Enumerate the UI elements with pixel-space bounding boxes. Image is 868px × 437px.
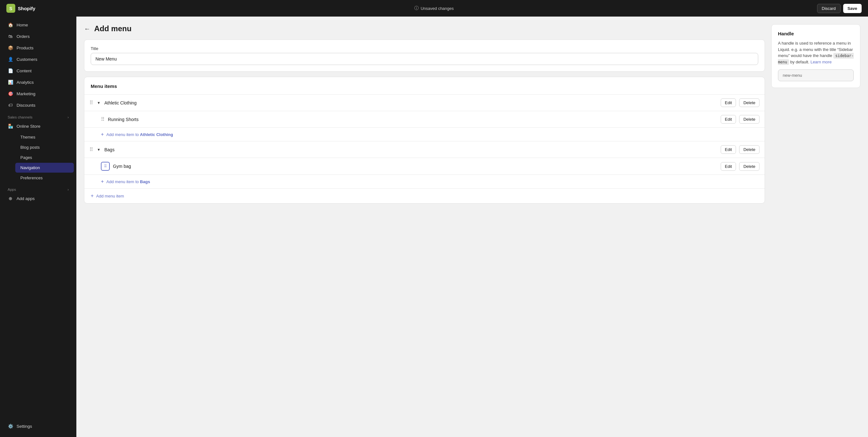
drag-handle-bags[interactable]: ⠿ bbox=[89, 147, 93, 152]
sidebar-item-settings[interactable]: ⚙️ Settings bbox=[3, 421, 74, 432]
title-card: Title bbox=[84, 39, 765, 72]
menu-item-running-shorts: ⠿ Running Shorts Edit Delete bbox=[84, 111, 765, 128]
sidebar: 🏠 Home 🛍 Orders 📦 Products 👤 Customers 📄… bbox=[0, 17, 76, 437]
add-icon-bags: + bbox=[101, 179, 104, 184]
main-content: ← Add menu Title Menu items ⠿ ▾ Athletic… bbox=[76, 17, 868, 437]
store-icon: 🏪 bbox=[8, 123, 13, 129]
drag-handle-running-shorts[interactable]: ⠿ bbox=[101, 116, 105, 122]
sidebar-label-pages: Pages bbox=[20, 155, 32, 160]
logo-area: S Shopify bbox=[6, 4, 35, 13]
svg-text:S: S bbox=[9, 6, 12, 11]
sidebar-label-navigation: Navigation bbox=[20, 165, 40, 170]
marketing-icon: 🎯 bbox=[8, 91, 13, 96]
menu-item-bags: ⠿ ▾ Bags Edit Delete bbox=[84, 141, 765, 158]
sidebar-item-discounts[interactable]: 🏷 Discounts bbox=[3, 100, 74, 111]
chevron-athletic[interactable]: ▾ bbox=[96, 100, 101, 106]
top-nav-actions: Discard Save bbox=[817, 4, 862, 13]
delete-athletic-button[interactable]: Delete bbox=[739, 98, 760, 107]
edit-athletic-button[interactable]: Edit bbox=[721, 98, 736, 107]
sidebar-label-customers: Customers bbox=[17, 57, 37, 62]
add-item-to-bags[interactable]: + Add menu item to Bags bbox=[84, 175, 765, 188]
sidebar-item-add-apps[interactable]: ⊕ Add apps bbox=[3, 193, 74, 204]
edit-gym-bag-button[interactable]: Edit bbox=[721, 162, 736, 171]
discard-button[interactable]: Discard bbox=[817, 4, 841, 13]
customers-icon: 👤 bbox=[8, 56, 13, 62]
drag-handle-athletic[interactable]: ⠿ bbox=[89, 100, 93, 106]
menu-item-gym-bag: ⠿ Gym bag Edit Delete bbox=[84, 158, 765, 175]
edit-running-shorts-button[interactable]: Edit bbox=[721, 115, 736, 124]
sidebar-label-home: Home bbox=[17, 23, 28, 27]
title-input[interactable] bbox=[91, 53, 758, 65]
delete-gym-bag-button[interactable]: Delete bbox=[739, 162, 760, 171]
add-menu-item-root[interactable]: + Add menu item bbox=[84, 188, 765, 203]
analytics-icon: 📊 bbox=[8, 79, 13, 85]
products-icon: 📦 bbox=[8, 45, 13, 51]
apps-expand-icon: › bbox=[67, 187, 69, 192]
sidebar-label-content: Content bbox=[17, 68, 31, 73]
sidebar-label-orders: Orders bbox=[17, 34, 30, 39]
apps-label: Apps › bbox=[0, 183, 76, 193]
page-area: ← Add menu Title Menu items ⠿ ▾ Athletic… bbox=[84, 24, 765, 429]
handle-description: A handle is used to reference a menu in … bbox=[778, 40, 854, 65]
home-icon: 🏠 bbox=[8, 22, 13, 28]
menu-item-athletic-clothing: ⠿ ▾ Athletic Clothing Edit Delete bbox=[84, 95, 765, 111]
handle-title: Handle bbox=[778, 31, 854, 36]
sidebar-item-pages[interactable]: Pages bbox=[15, 152, 74, 163]
handle-input[interactable] bbox=[778, 69, 854, 81]
add-root-icon: + bbox=[91, 193, 94, 199]
menu-items-card: Menu items ⠿ ▾ Athletic Clothing Edit De… bbox=[84, 77, 765, 204]
menu-items-title: Menu items bbox=[91, 83, 117, 89]
chevron-bags[interactable]: ▾ bbox=[96, 147, 101, 152]
sidebar-label-preferences: Preferences bbox=[20, 175, 43, 180]
add-apps-icon: ⊕ bbox=[8, 196, 13, 201]
add-item-bags-label: Add menu item to Bags bbox=[106, 179, 150, 184]
unsaved-banner: ⓘ Unsaved changes bbox=[414, 5, 454, 11]
sidebar-item-online-store[interactable]: 🏪 Online Store bbox=[3, 121, 74, 132]
sidebar-item-navigation[interactable]: Navigation bbox=[15, 163, 74, 173]
info-icon: ⓘ bbox=[414, 5, 419, 11]
sidebar-item-content[interactable]: 📄 Content bbox=[3, 65, 74, 76]
unsaved-label: Unsaved changes bbox=[421, 6, 454, 11]
settings-icon: ⚙️ bbox=[8, 423, 13, 429]
delete-bags-button[interactable]: Delete bbox=[739, 145, 760, 154]
drag-handle-gym-bag-selected[interactable]: ⠿ bbox=[101, 162, 110, 171]
handle-panel: Handle A handle is used to reference a m… bbox=[771, 24, 860, 429]
back-button[interactable]: ← bbox=[84, 25, 90, 32]
sidebar-item-analytics[interactable]: 📊 Analytics bbox=[3, 77, 74, 88]
sidebar-label-blog-posts: Blog posts bbox=[20, 145, 40, 150]
sidebar-item-products[interactable]: 📦 Products bbox=[3, 42, 74, 53]
delete-running-shorts-button[interactable]: Delete bbox=[739, 115, 760, 124]
item-label-bags: Bags bbox=[104, 147, 717, 152]
layout: 🏠 Home 🛍 Orders 📦 Products 👤 Customers 📄… bbox=[0, 17, 868, 437]
sidebar-label-settings: Settings bbox=[17, 424, 32, 429]
learn-more-link[interactable]: Learn more bbox=[810, 60, 831, 64]
item-label-running-shorts: Running Shorts bbox=[108, 117, 717, 122]
page-header: ← Add menu bbox=[84, 24, 765, 33]
save-button[interactable]: Save bbox=[843, 4, 862, 13]
sidebar-label-analytics: Analytics bbox=[17, 80, 34, 85]
content-icon: 📄 bbox=[8, 68, 13, 74]
sidebar-item-customers[interactable]: 👤 Customers bbox=[3, 54, 74, 65]
handle-card: Handle A handle is used to reference a m… bbox=[771, 24, 860, 88]
sidebar-label-add-apps: Add apps bbox=[17, 196, 35, 201]
sidebar-item-marketing[interactable]: 🎯 Marketing bbox=[3, 88, 74, 99]
sidebar-item-preferences[interactable]: Preferences bbox=[15, 173, 74, 183]
item-label-athletic: Athletic Clothing bbox=[104, 100, 717, 106]
add-item-to-athletic[interactable]: + Add menu item to Athletic Clothing bbox=[84, 128, 765, 141]
add-icon-athletic: + bbox=[101, 132, 104, 137]
title-label: Title bbox=[91, 46, 758, 51]
menu-items-header: Menu items bbox=[84, 77, 765, 95]
item-label-gym-bag: Gym bag bbox=[113, 164, 717, 169]
edit-bags-button[interactable]: Edit bbox=[721, 145, 736, 154]
expand-icon: › bbox=[67, 115, 69, 119]
page-title: Add menu bbox=[94, 24, 131, 33]
sidebar-item-themes[interactable]: Themes bbox=[15, 132, 74, 142]
sidebar-item-blog-posts[interactable]: Blog posts bbox=[15, 142, 74, 152]
add-item-athletic-label: Add menu item to Athletic Clothing bbox=[106, 132, 173, 137]
orders-icon: 🛍 bbox=[8, 33, 13, 39]
top-nav: S Shopify ⓘ Unsaved changes Discard Save bbox=[0, 0, 868, 17]
sidebar-item-home[interactable]: 🏠 Home bbox=[3, 20, 74, 30]
sidebar-label-marketing: Marketing bbox=[17, 91, 35, 96]
logo-text: Shopify bbox=[18, 6, 35, 11]
sidebar-item-orders[interactable]: 🛍 Orders bbox=[3, 31, 74, 42]
